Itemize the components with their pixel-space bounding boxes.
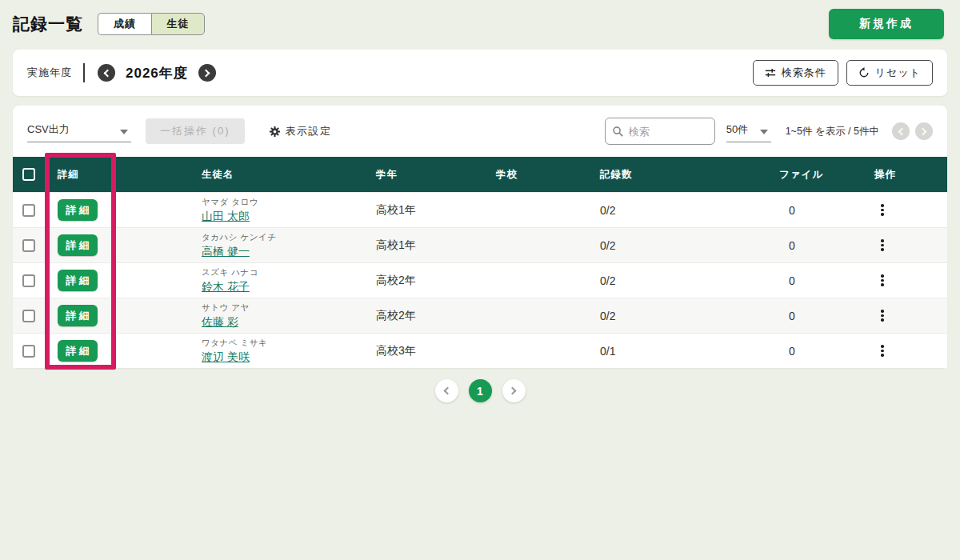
row-checkbox[interactable] <box>22 239 35 252</box>
page-size-select[interactable]: 50件 <box>726 120 771 142</box>
table-row: 詳細 ワタナベ ミサキ 渡辺 美咲 高校3年 0/1 0 <box>13 333 947 368</box>
row-checkbox[interactable] <box>22 310 35 322</box>
reset-button[interactable]: リセット <box>846 60 933 86</box>
search-icon <box>612 126 624 138</box>
student-furigana: スズキ ハナコ <box>202 267 368 278</box>
caret-down-icon <box>760 130 768 134</box>
chevron-left-icon <box>898 127 906 135</box>
grade-cell: 高校1年 <box>368 238 492 253</box>
table-toolbar: CSV出力 一括操作 (0) 表示設定 <box>13 106 947 157</box>
search-conditions-label: 検索条件 <box>782 66 826 80</box>
detail-button[interactable]: 詳細 <box>58 199 98 221</box>
record-list-page: 記録一覧 成績 生徒 新規作成 実施年度 2026年度 検索条件 <box>0 0 960 560</box>
view-tabs: 成績 生徒 <box>98 13 205 35</box>
tab-grades[interactable]: 成績 <box>98 13 151 35</box>
divider <box>83 63 85 82</box>
student-name-link[interactable]: 渡辺 美咲 <box>202 350 250 363</box>
files-cell: 0 <box>768 204 848 217</box>
column-header-name: 生徒名 <box>117 168 368 182</box>
files-cell: 0 <box>768 310 848 322</box>
reset-icon <box>858 67 870 78</box>
column-header-files: ファイル <box>768 168 848 182</box>
table-row: 詳細 スズキ ハナコ 鈴木 花子 高校2年 0/2 0 <box>13 262 947 298</box>
row-checkbox[interactable] <box>22 345 35 358</box>
select-all-checkbox[interactable] <box>22 168 35 181</box>
csv-export-select[interactable]: CSV出力 <box>27 120 131 142</box>
chevron-right-icon <box>919 127 927 135</box>
student-furigana: ワタナベ ミサキ <box>202 338 368 349</box>
caret-down-icon <box>120 130 128 134</box>
gear-icon <box>269 126 281 138</box>
row-checkbox[interactable] <box>22 274 35 287</box>
bulk-action-button[interactable]: 一括操作 (0) <box>146 118 245 144</box>
grade-cell: 高校3年 <box>368 344 492 358</box>
student-name-link[interactable]: 高橋 健一 <box>202 245 250 258</box>
grade-cell: 高校2年 <box>368 309 492 323</box>
display-settings-button[interactable]: 表示設定 <box>269 124 332 138</box>
pagination-next-button[interactable] <box>502 379 526 402</box>
student-furigana: タカハシ ケンイチ <box>202 232 368 243</box>
row-menu-button[interactable] <box>873 340 892 362</box>
column-header-detail: 詳細 <box>45 168 117 182</box>
files-cell: 0 <box>768 239 848 252</box>
row-menu-button[interactable] <box>873 270 892 292</box>
search-conditions-button[interactable]: 検索条件 <box>753 60 838 86</box>
records-cell: 0/2 <box>592 204 768 217</box>
year-selector-bar: 実施年度 2026年度 検索条件 <box>13 50 947 96</box>
row-menu-button[interactable] <box>873 234 892 257</box>
tab-students[interactable]: 生徒 <box>151 13 205 35</box>
row-menu-button[interactable] <box>873 305 892 327</box>
student-furigana: ヤマダ タロウ <box>202 197 368 208</box>
chevron-left-icon <box>444 387 452 395</box>
chevron-right-icon <box>509 387 517 395</box>
student-name-link[interactable]: 鈴木 花子 <box>202 280 250 293</box>
next-year-button[interactable] <box>198 64 216 82</box>
table-row: 詳細 ヤマダ タロウ 山田 太郎 高校1年 0/2 0 <box>13 192 947 227</box>
table-header-row: 詳細 生徒名 学年 学校 記録数 ファイル 操作 <box>13 157 947 192</box>
detail-button[interactable]: 詳細 <box>58 234 98 256</box>
create-new-button[interactable]: 新規作成 <box>829 9 944 39</box>
column-header-records: 記録数 <box>592 168 768 182</box>
detail-button[interactable]: 詳細 <box>58 270 98 291</box>
files-cell: 0 <box>768 274 848 287</box>
records-cell: 0/2 <box>592 274 768 287</box>
student-name-link[interactable]: 佐藤 彩 <box>202 315 238 328</box>
records-cell: 0/2 <box>592 310 768 322</box>
detail-button[interactable]: 詳細 <box>58 340 98 362</box>
pagination-page-1-button[interactable]: 1 <box>469 379 492 402</box>
page-size-label: 50件 <box>726 122 748 137</box>
toolbar-next-page-button[interactable] <box>915 122 933 140</box>
row-checkbox[interactable] <box>22 204 35 217</box>
chevron-left-icon <box>104 69 112 77</box>
search-box <box>605 118 715 145</box>
column-header-ops: 操作 <box>848 168 947 182</box>
results-range-text: 1~5件 を表示 / 5件中 <box>786 125 879 138</box>
toolbar-pager <box>892 122 933 140</box>
student-name-link[interactable]: 山田 太郎 <box>202 210 250 222</box>
filter-icon <box>765 67 776 78</box>
row-menu-button[interactable] <box>873 199 892 222</box>
grade-cell: 高校2年 <box>368 274 492 288</box>
reset-label: リセット <box>875 66 921 80</box>
previous-year-button[interactable] <box>98 64 115 82</box>
column-header-grade: 学年 <box>368 168 492 182</box>
files-cell: 0 <box>768 345 848 358</box>
column-header-school: 学校 <box>492 168 592 182</box>
chevron-right-icon <box>202 69 210 77</box>
csv-export-label: CSV出力 <box>27 122 70 137</box>
records-table-card: CSV出力 一括操作 (0) 表示設定 <box>13 106 947 368</box>
table-row: 詳細 サトウ アヤ 佐藤 彩 高校2年 0/2 0 <box>13 298 947 333</box>
current-year: 2026年度 <box>126 64 188 82</box>
grade-cell: 高校1年 <box>368 203 492 218</box>
pagination-prev-button[interactable] <box>435 379 458 402</box>
year-selector-label: 実施年度 <box>27 66 72 80</box>
detail-button[interactable]: 詳細 <box>58 305 98 326</box>
pagination: 1 <box>0 379 960 402</box>
page-title: 記録一覧 <box>13 13 83 35</box>
records-cell: 0/1 <box>592 345 768 358</box>
display-settings-label: 表示設定 <box>286 124 332 138</box>
table-row: 詳細 タカハシ ケンイチ 高橋 健一 高校1年 0/2 0 <box>13 227 947 262</box>
toolbar-prev-page-button[interactable] <box>892 122 910 140</box>
records-cell: 0/2 <box>592 239 768 252</box>
search-input[interactable] <box>629 126 701 138</box>
